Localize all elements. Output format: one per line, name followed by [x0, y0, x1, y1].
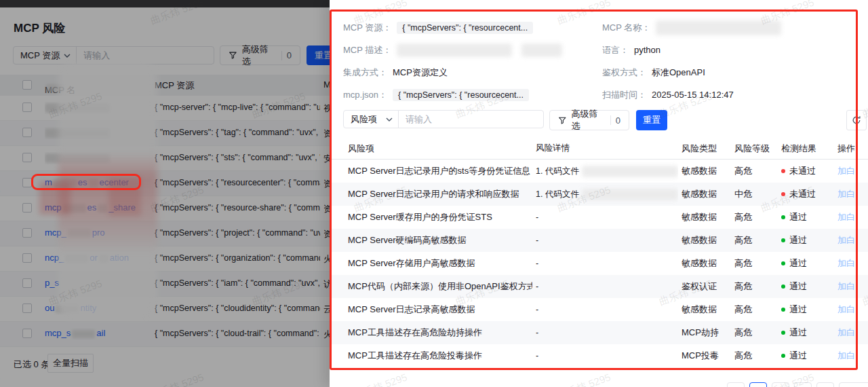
risk-advanced-filter-count: 0 [616, 115, 620, 126]
risk-detail-cell: - [536, 298, 678, 321]
name-fragment: _share [108, 202, 136, 213]
page-size-select[interactable] [839, 382, 868, 387]
row-checkbox[interactable] [22, 203, 32, 213]
risk-type-cell: 敏感数据 [682, 252, 732, 275]
mcp-table-row[interactable]: { "mcpServers": { "sts": { "command": "u… [0, 146, 330, 171]
page-button-current[interactable] [749, 382, 767, 387]
page-prev-button[interactable] [727, 382, 745, 387]
mcp-table-row[interactable]: mcpes_share{ "mcpServers": { "resource-s… [0, 196, 330, 221]
risk-search-combo: 风险项 [343, 110, 544, 128]
mcp-name-link[interactable]: p_s [45, 278, 151, 290]
page-button[interactable] [794, 382, 812, 387]
risk-detail-text: 1. 代码文件 [536, 166, 579, 177]
whitelist-link[interactable]: 加白 [837, 160, 858, 183]
detect-result-text: 通过 [789, 327, 807, 339]
refresh-button[interactable] [846, 110, 867, 130]
divider [610, 115, 611, 125]
page-button[interactable] [772, 382, 789, 387]
risk-table-header: 风险项 风险详情 风险类型 风险等级 检测结果 操作 [330, 137, 868, 160]
row-checkbox[interactable] [22, 103, 32, 112]
mcp-table-row[interactable]: mesecenter{ "mcpServers": { "resourcecen… [0, 171, 330, 196]
risk-filter-bar: 风险项 高级筛选 0 重置 [330, 110, 868, 130]
row-checkbox[interactable] [22, 153, 32, 162]
left-field-selector[interactable]: MCP 资源 [14, 47, 77, 64]
mcp-table-row[interactable]: mcp_pro{ "mcpServers": { "project": { "c… [0, 221, 330, 246]
row-checkbox[interactable] [22, 329, 32, 338]
mcp-name-link[interactable] [45, 102, 151, 114]
risk-type-cell: 敏感数据 [682, 160, 732, 183]
whitelist-link[interactable]: 加白 [837, 321, 858, 344]
whitelist-link[interactable]: 加白 [837, 252, 858, 275]
row-checkbox[interactable] [22, 253, 32, 263]
mcp-resource-cell: { "mcpServers": { "resourcecenter": { "c… [155, 178, 320, 187]
risk-item-cell: MCP Server日志记录用户的sts等身份凭证信息 [348, 160, 532, 183]
whitelist-link[interactable]: 加白 [837, 298, 858, 321]
mcp-name-link[interactable]: mcp_sail [45, 328, 151, 340]
mcp-extra-cell: 资 [323, 178, 330, 190]
name-fragment: es [87, 202, 97, 213]
mcp-extra-cell: 视 [323, 103, 330, 115]
detect-result-text: 未通过 [789, 188, 816, 200]
mcp-detail-fields: MCP 资源： { "mcpServers": { "resourcecent.… [343, 20, 856, 110]
col-detect-result: 检测结果 [781, 137, 835, 160]
risk-search-input[interactable] [399, 114, 543, 124]
integration-label: 集成方式： [343, 67, 387, 79]
status-dot [781, 284, 785, 289]
mcp-table-row[interactable]: ountity{ "mcpServers": { "cloudidentity"… [0, 297, 330, 322]
detect-result-text: 通过 [789, 350, 807, 362]
refresh-icon [852, 115, 861, 125]
whitelist-link[interactable]: 加白 [837, 275, 858, 298]
risk-field-selector[interactable]: 风险项 [344, 111, 399, 128]
mcp-name-link[interactable]: ncp_oration [45, 253, 151, 265]
whitelist-link[interactable]: 加白 [837, 206, 858, 229]
col-extra: M [323, 79, 330, 90]
whitelist-link[interactable]: 加白 [837, 229, 858, 252]
mcp-name-link[interactable] [45, 127, 151, 139]
mcp-name-link[interactable] [45, 152, 151, 164]
name-fragment: mcp_s [45, 328, 71, 338]
whitelist-link[interactable]: 加白 [837, 344, 858, 367]
risk-detail-text: - [536, 213, 538, 222]
mcp-table-row[interactable]: p_s{ "mcpServers": { "iam": { "command":… [0, 272, 330, 297]
risk-reset-button[interactable]: 重置 [636, 110, 667, 130]
detect-result-cell: 通过 [781, 275, 835, 298]
row-checkbox[interactable] [22, 228, 32, 238]
mcp-table-row[interactable]: { "mcp-server": { "mcp-live": { "command… [0, 96, 330, 121]
left-search-input[interactable] [77, 50, 214, 60]
risk-detail-cell: - [536, 344, 678, 367]
row-checkbox[interactable] [22, 178, 32, 187]
name-fragment: es [78, 177, 87, 187]
col-risk-level: 风险等级 [734, 137, 779, 160]
risk-item-cell: MCP Server缓存用户的身份凭证STS [348, 206, 532, 229]
mcp-table-row[interactable]: { "mcpServers": { "tag": { "command": "u… [0, 121, 330, 146]
scantime-value: 2025-05-15 14:12:47 [652, 90, 734, 100]
mcp-resource-cell: { "mcpServers": { "project": { "command"… [155, 228, 320, 238]
risk-level-cell: 高危 [734, 321, 779, 344]
row-checkbox[interactable] [22, 303, 32, 313]
row-checkbox[interactable] [22, 278, 32, 288]
mcp-table-row[interactable]: mcp_sail{ "mcpServers": { "cloud-trail":… [0, 322, 330, 347]
left-reset-button[interactable]: 重置 [307, 45, 330, 65]
risk-type-cell: MCP投毒 [682, 344, 732, 367]
auth-value: 标准OpenAPI [652, 67, 705, 79]
censored-gap [72, 330, 95, 338]
scan-all-button[interactable]: 全量扫描 [47, 354, 94, 373]
mcp-name-link[interactable]: mesecenter [45, 177, 151, 189]
risk-advanced-filter-button[interactable]: 高级筛选 0 [549, 110, 629, 130]
risk-item-cell: MCP工具描述存在高危险投毒操作 [348, 344, 532, 367]
mcp-name-link[interactable]: mcpes_share [45, 202, 151, 215]
status-dot [781, 215, 785, 219]
whitelist-link[interactable]: 加白 [837, 183, 858, 206]
funnel-icon [229, 51, 237, 60]
detect-result-text: 通过 [789, 211, 807, 223]
mcp-table-row[interactable]: ncp_oration{ "mcpServers": { "organizati… [0, 246, 330, 272]
row-checkbox[interactable] [22, 128, 32, 137]
mcp-name-link[interactable]: ountity [45, 303, 151, 315]
risk-table-body: MCP Server日志记录用户的sts等身份凭证信息1. 代码文件敏感数据高危… [330, 160, 868, 367]
mcp-name-link[interactable]: mcp_pro [45, 227, 151, 240]
risk-detail-text: - [536, 259, 538, 268]
left-table-header: MCP 名 MCP 资源 M [0, 75, 330, 96]
left-advanced-filter-button[interactable]: 高级筛选 0 [220, 45, 300, 65]
page-next-button[interactable] [816, 382, 834, 387]
select-all-checkbox[interactable] [22, 80, 32, 90]
